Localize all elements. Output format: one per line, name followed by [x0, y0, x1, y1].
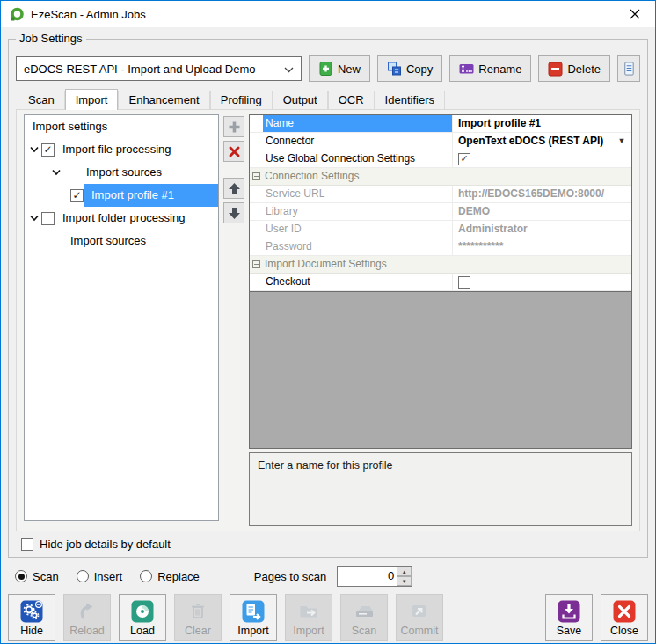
job-description-button[interactable] — [617, 55, 640, 82]
radio-replace-indicator[interactable] — [140, 570, 152, 582]
rename-job-button[interactable]: Rename — [449, 55, 531, 82]
copy-icon — [387, 61, 402, 77]
tree-item-import-profile-1[interactable]: Import profile #1 — [25, 184, 218, 207]
tree-checkbox[interactable] — [41, 212, 55, 225]
delete-job-button[interactable]: Delete — [538, 55, 610, 82]
use-global-connection-checkbox[interactable] — [458, 153, 470, 165]
spinner-down-button[interactable]: ▼ — [397, 576, 412, 586]
tree-item-import-folder-processing[interactable]: Import file processing Import folder pro… — [25, 207, 218, 230]
group-row-connection-settings[interactable]: Connection Settings — [250, 168, 631, 186]
property-label: Use Global Connection Settings — [263, 150, 453, 167]
scan-button[interactable]: Scan — [340, 594, 388, 641]
collapse-group-icon[interactable] — [252, 172, 260, 180]
ezescan-logo-icon — [10, 7, 25, 22]
expander-chevron-icon[interactable] — [27, 146, 41, 153]
delete-icon — [548, 61, 563, 77]
spinner-up-button[interactable]: ▲ — [397, 567, 412, 576]
document-notes-icon — [622, 61, 636, 77]
tab-profiling[interactable]: Profiling — [210, 91, 273, 109]
radio-insert-indicator[interactable] — [77, 570, 89, 582]
radio-insert[interactable]: Insert — [77, 570, 123, 583]
property-grid-empty-area — [250, 291, 631, 448]
property-label: Name — [263, 115, 453, 132]
job-selector-row: eDOCS REST API - Import and Upload Demo … — [16, 55, 640, 82]
tab-identifiers[interactable]: Identifiers — [375, 91, 445, 109]
tab-enhancement[interactable]: Enhancement — [118, 91, 209, 109]
radio-scan-label: Scan — [33, 570, 59, 583]
property-value: DEMO — [453, 203, 631, 220]
new-job-button[interactable]: New — [309, 55, 370, 82]
toolbar-right-group: Save Close — [545, 594, 648, 641]
tree-item-label: Import sources — [63, 161, 218, 184]
property-value[interactable]: Import profile #1 — [453, 115, 631, 132]
property-row-use-global-connection[interactable]: Use Global Connection Settings — [250, 150, 631, 168]
import-folder-button[interactable]: Import — [285, 594, 332, 641]
expander-chevron-icon[interactable] — [27, 215, 41, 222]
hide-gears-icon — [20, 600, 43, 623]
tab-import[interactable]: Import — [65, 89, 119, 110]
pages-to-scan-spinner[interactable]: 0 ▲ ▼ — [337, 566, 412, 587]
new-document-icon — [318, 61, 333, 77]
add-profile-button[interactable] — [223, 116, 244, 137]
import-button[interactable]: Import — [230, 594, 277, 641]
property-row-password: Password *********** — [250, 238, 631, 256]
delete-profile-button[interactable] — [223, 141, 244, 162]
save-button[interactable]: Save — [545, 594, 593, 641]
save-download-icon — [558, 600, 580, 623]
pages-to-scan-value[interactable]: 0 — [338, 567, 397, 586]
close-window-button[interactable] — [615, 2, 655, 27]
close-x-icon — [613, 600, 636, 623]
commit-icon — [408, 600, 431, 623]
clear-button[interactable]: Clear — [174, 594, 222, 641]
tree-item-import-settings[interactable]: Import settings — [25, 115, 218, 138]
expander-chevron-icon[interactable] — [49, 169, 63, 176]
job-dropdown[interactable]: eDOCS REST API - Import and Upload Demo — [16, 56, 302, 81]
property-row-library: Library DEMO — [250, 203, 631, 221]
scan-button-label: Scan — [352, 625, 377, 637]
tree-item-import-sources-2[interactable]: Import sources — [25, 230, 218, 252]
profile-properties-panel: Name Import profile #1 Connector OpenTex… — [249, 114, 632, 526]
radio-scan[interactable]: Scan — [15, 570, 59, 583]
tab-scan[interactable]: Scan — [18, 91, 65, 109]
group-row-import-document-settings[interactable]: Import Document Settings — [250, 256, 631, 274]
radio-scan-indicator[interactable] — [15, 570, 27, 582]
hide-job-details-checkbox[interactable] — [21, 538, 33, 551]
arrow-up-icon — [228, 182, 241, 195]
property-row-name[interactable]: Name Import profile #1 — [250, 115, 631, 133]
import-document-icon — [242, 600, 265, 623]
new-button-label: New — [338, 62, 361, 76]
collapse-group-icon[interactable] — [252, 260, 260, 268]
property-value[interactable]: OpenText eDOCS (REST API) ▼ — [453, 133, 631, 150]
dropdown-arrow-icon[interactable]: ▼ — [616, 133, 628, 150]
hide-job-details-row[interactable]: Hide job details by default — [21, 538, 640, 551]
tree-item-import-file-processing[interactable]: Import file processing — [25, 138, 218, 161]
tree-checkbox[interactable] — [41, 143, 55, 157]
job-settings-groupbox: Job Settings eDOCS REST API - Import and… — [8, 39, 648, 558]
reload-button[interactable]: Reload — [63, 594, 111, 641]
pages-to-scan-label: Pages to scan — [254, 570, 326, 583]
tab-output[interactable]: Output — [273, 91, 328, 109]
plus-icon — [228, 121, 241, 134]
property-label: Checkout — [263, 274, 453, 290]
tree-item-import-sources-1[interactable]: Import sources — [25, 161, 218, 184]
move-down-button[interactable] — [223, 202, 244, 223]
checkout-checkbox[interactable] — [458, 276, 470, 289]
tab-ocr[interactable]: OCR — [328, 91, 375, 109]
import-button-label: Import — [237, 625, 268, 637]
property-label: Service URL — [263, 186, 453, 202]
property-row-connector[interactable]: Connector OpenText eDOCS (REST API) ▼ — [250, 133, 631, 150]
load-button[interactable]: Load — [119, 594, 166, 641]
hide-button[interactable]: Hide — [8, 594, 55, 641]
property-row-checkout[interactable]: Checkout — [250, 274, 631, 291]
radio-replace[interactable]: Replace — [140, 570, 200, 583]
load-disc-icon — [131, 600, 154, 623]
close-window-icon — [630, 9, 640, 19]
close-button[interactable]: Close — [601, 594, 648, 641]
move-up-button[interactable] — [223, 178, 244, 199]
commit-button[interactable]: Commit — [396, 594, 443, 641]
tree-checkbox[interactable] — [70, 189, 84, 202]
hide-button-label: Hide — [20, 625, 43, 637]
copy-job-button[interactable]: Copy — [377, 55, 442, 82]
trash-icon — [186, 600, 209, 623]
radio-insert-label: Insert — [94, 570, 123, 583]
